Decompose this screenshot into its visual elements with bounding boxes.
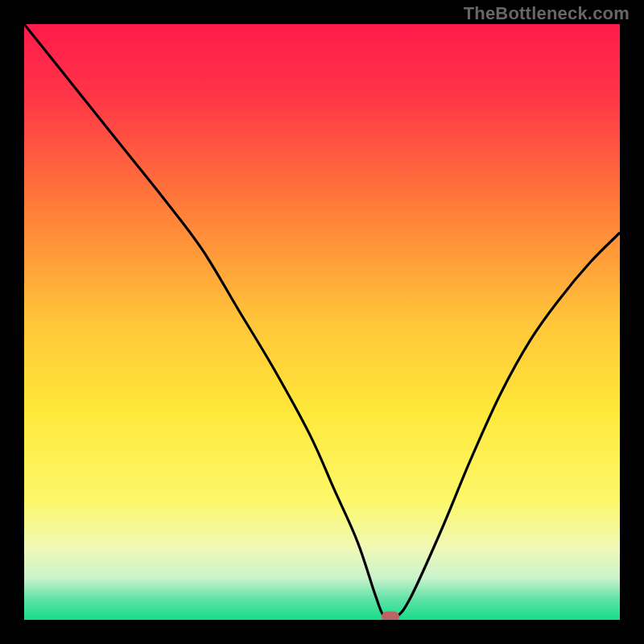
watermark-text: TheBottleneck.com	[464, 3, 630, 24]
chart-frame: TheBottleneck.com	[0, 0, 644, 644]
optimum-marker	[382, 612, 399, 620]
bottleneck-curve	[24, 24, 620, 620]
curve-path	[24, 24, 620, 620]
plot-area	[24, 24, 620, 620]
